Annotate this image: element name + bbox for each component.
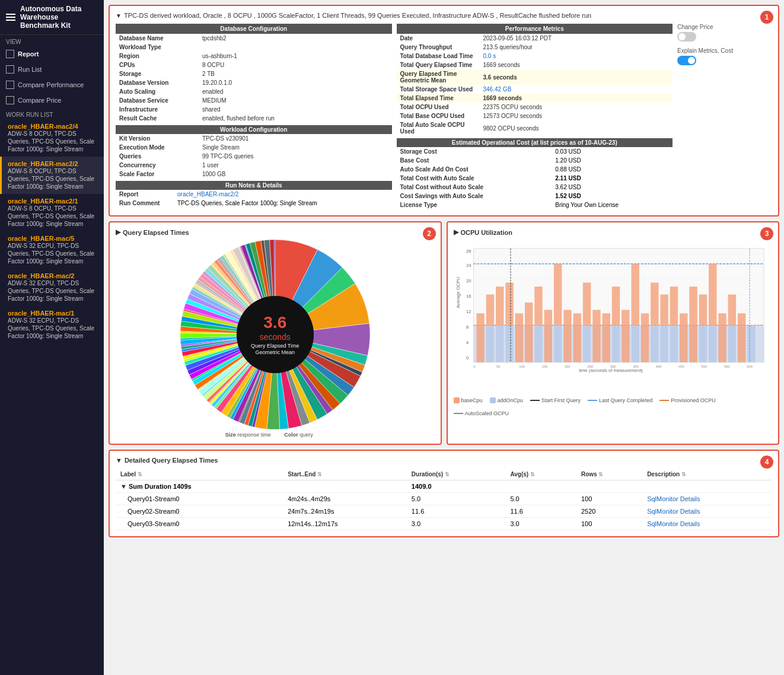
chevron-icon[interactable]: ▼ — [116, 12, 122, 19]
perf-label: Total Storage Space Used — [397, 85, 480, 94]
run-desc-run3: ADW-S 8 OCPU, TPC-DS Queries, TPC-DS Que… — [8, 205, 98, 228]
svg-rect-52 — [670, 286, 677, 325]
sidebar: Autonomous Data Warehouse Benchmark Kit … — [0, 0, 104, 675]
run-notes-header: Run Notes & Details — [116, 181, 392, 190]
svg-rect-58 — [709, 264, 716, 326]
col-avg: Avg(s) ⇅ — [505, 469, 576, 480]
table-row: Total Storage Space Used346.42 GB — [397, 85, 673, 94]
sort-label-icon[interactable]: ⇅ — [138, 472, 142, 477]
run-desc-run6: ADW-S 32 ECPU, TPC-DS Queries, TPC-DS Qu… — [8, 317, 98, 340]
sidebar-item-compare-performance[interactable]: Compare Performance — [0, 77, 104, 93]
svg-rect-25 — [496, 286, 503, 325]
query-link-sqlmonitor[interactable]: SqlMonitor — [647, 520, 678, 527]
sort-desc-icon[interactable]: ⇅ — [681, 472, 686, 477]
panel4-chevron[interactable]: ▼ — [116, 457, 122, 464]
panel-number-4: 4 — [760, 456, 773, 469]
wl-label: Queries — [116, 152, 199, 161]
db-value: tpcdshb2 — [199, 34, 392, 43]
change-price-label: Change Price — [677, 24, 772, 30]
query-link-details[interactable]: Details — [680, 495, 700, 502]
db-label: Database Name — [116, 34, 199, 43]
hamburger-menu[interactable] — [6, 14, 15, 21]
explain-metrics-toggle[interactable] — [677, 56, 696, 65]
workload-config-header: Workload Configuration — [116, 125, 392, 134]
db-value — [199, 43, 392, 52]
panel4-title-bar: ▼ Detailed Query Elapsed Times — [116, 457, 772, 464]
svg-text:28: 28 — [466, 249, 471, 254]
panel1-title: ▼ TPC-DS derived workload, Oracle , 8 OC… — [116, 12, 772, 19]
sort-rows-icon[interactable]: ⇅ — [598, 472, 603, 477]
run-item-run3[interactable]: oracle_HBAER-mac2/1ADW-S 8 OCPU, TPC-DS … — [0, 194, 104, 231]
perf-value: 1669 seconds — [480, 94, 673, 103]
report-link[interactable]: oracle_HBAER-mac2/2 — [177, 191, 238, 198]
run-item-run2[interactable]: oracle_HBAER-mac2/2ADW-S 8 OCPU, TPC-DS … — [0, 157, 104, 194]
wl-value: 1000 GB — [199, 170, 392, 179]
panel2-title-bar: ▶ Query Elapsed Times — [116, 228, 435, 236]
svg-rect-23 — [486, 295, 493, 326]
sort-duration-icon[interactable]: ⇅ — [445, 472, 450, 477]
svg-text:150: 150 — [541, 365, 547, 368]
sort-start-end-icon[interactable]: ⇅ — [317, 472, 322, 477]
run-item-run6[interactable]: oracle_HBAER-mac/1ADW-S 32 ECPU, TPC-DS … — [0, 306, 104, 343]
col-duration: Duration(s) ⇅ — [407, 469, 506, 480]
right-controls: Change Price Explain Metrics, Cost — [677, 24, 772, 209]
sidebar-item-report[interactable]: Report — [0, 46, 104, 62]
perf-value: 213.5 queries/hour — [480, 43, 673, 52]
sidebar-item-compare-price[interactable]: Compare Price — [0, 93, 104, 108]
sort-avg-icon[interactable]: ⇅ — [530, 472, 535, 477]
query-start-end: 24m7s..24m19s — [283, 505, 407, 518]
table-row: Kit VersionTPC-DS v230901 — [116, 134, 392, 143]
nav-items: ReportRun ListCompare PerformanceCompare… — [0, 46, 104, 108]
run-item-run5[interactable]: oracle_HBAER-mac/2ADW-S 32 ECPU, TPC-DS … — [0, 269, 104, 306]
cost-label: Auto Scale Add On Cost — [397, 165, 552, 174]
query-link-sqlmonitor[interactable]: SqlMonitor — [647, 508, 678, 515]
run-item-run1[interactable]: oracle_HBAER-mac2/4ADW-S 8 OCPU, TPC-DS … — [0, 119, 104, 157]
perf-metrics-section: Performance Metrics Date2023-09-05 16:03… — [397, 24, 673, 209]
run-item-run4[interactable]: oracle_HBAER-mac/5ADW-S 32 ECPU, TPC-DS … — [0, 231, 104, 269]
svg-text:24: 24 — [466, 263, 471, 268]
db-label: Storage — [116, 69, 199, 78]
sum-value: 1409.0 — [407, 480, 506, 493]
query-link-details[interactable]: Details — [680, 520, 700, 527]
svg-text:4: 4 — [466, 340, 469, 345]
table-row: Total Query Elapsed Time1669 seconds — [397, 61, 673, 69]
svg-rect-55 — [689, 286, 697, 362]
panel3-chevron[interactable]: ▶ — [454, 228, 458, 236]
svg-text:550: 550 — [724, 365, 729, 368]
table-row: Storage Cost0.03 USD — [397, 147, 673, 156]
query-label: Query03-Stream0 — [116, 518, 283, 530]
view-section-label: View — [0, 35, 104, 46]
legend-last-query-label: Last Query Completed — [599, 397, 652, 403]
query-avg: 11.6 — [505, 505, 576, 518]
pie-wrapper: 3.6 seconds Query Elapsed TimeGeometric … — [180, 240, 370, 429]
perf-label: Query Throughput — [397, 43, 480, 52]
svg-rect-27 — [505, 282, 513, 325]
query-link-sqlmonitor[interactable]: SqlMonitor — [647, 495, 678, 502]
run-name-run3: oracle_HBAER-mac2/1 — [8, 198, 98, 205]
wl-value: Single Stream — [199, 143, 392, 152]
query-label: Query01-Stream0 — [116, 493, 283, 505]
run-name-run2: oracle_HBAER-mac2/2 — [8, 160, 98, 167]
svg-rect-32 — [534, 325, 542, 362]
db-value: enabled — [199, 87, 392, 96]
wl-label: Execution Mode — [116, 143, 199, 152]
perf-value: 346.42 GB — [480, 85, 673, 94]
table-row: CPUs8 OCPU — [116, 61, 392, 69]
legend-start-query-line — [530, 400, 540, 401]
sum-row: ▼ Sum Duration 1409s1409.0 — [116, 480, 772, 493]
change-price-toggle[interactable] — [677, 32, 696, 42]
sidebar-item-run-list[interactable]: Run List — [0, 62, 104, 77]
cost-value: 0.88 USD — [552, 165, 673, 174]
perf-value: 22375 OCPU seconds — [480, 103, 673, 112]
svg-text:50: 50 — [496, 365, 499, 368]
query-link-details[interactable]: Details — [680, 508, 700, 515]
workload-table: Kit VersionTPC-DS v230901Execution ModeS… — [116, 134, 392, 179]
change-price-section: Change Price — [677, 24, 772, 43]
svg-rect-37 — [573, 313, 581, 362]
query-duration: 5.0 — [407, 493, 506, 505]
panel-number-3: 3 — [760, 227, 773, 240]
chart-legend: baseCpu addOnCpu Start First Query Last … — [454, 397, 773, 416]
panel2-chevron[interactable]: ▶ — [116, 228, 120, 236]
svg-rect-33 — [544, 310, 552, 362]
perf-value: 1669 seconds — [480, 61, 673, 69]
